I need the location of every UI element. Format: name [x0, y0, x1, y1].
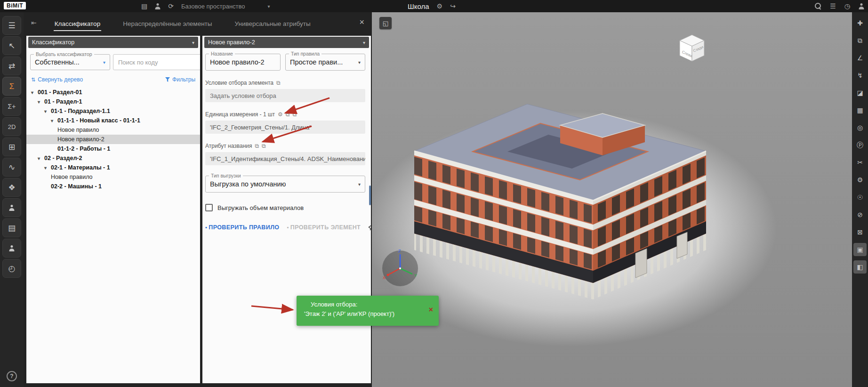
tab-unallocated-elements[interactable]: Нераспределённые элементы	[112, 12, 223, 33]
eye-off-icon[interactable]	[368, 224, 371, 231]
placemark-icon[interactable]: Ⓟ	[853, 138, 867, 152]
dashboard-icon: ◴	[8, 265, 16, 273]
tree-caret-icon[interactable]: ▾	[38, 99, 44, 105]
code-search-input[interactable]	[113, 54, 200, 70]
classifier-workspace: ⇤ Классификатор Нераспределённые элемент…	[24, 12, 372, 387]
viewport-capture-button[interactable]: ◱	[379, 17, 392, 29]
hide-selected-icon[interactable]: ⊘	[853, 208, 867, 221]
gear-icon[interactable]: ⚙	[437, 3, 443, 9]
scrollbar-thumb[interactable]	[369, 185, 371, 205]
unit-input[interactable]: 'IFC_2_Геометрия_Стены/1. Длина'	[205, 121, 365, 134]
tree-node[interactable]: Новое правило	[26, 125, 200, 135]
section-box-icon[interactable]: ◧	[853, 260, 867, 274]
share-icon[interactable]: ↪	[450, 3, 456, 9]
building-model[interactable]	[372, 12, 852, 387]
tree-node[interactable]: Новое правило-2	[26, 135, 200, 144]
workspace-selector[interactable]: Базовое пространство ▾	[181, 0, 270, 12]
walls-mode-icon[interactable]: ▣	[853, 243, 867, 256]
tree-node[interactable]: ▾01-1 - Подраздел-1.1	[26, 106, 200, 116]
collapse-tree-link[interactable]: ⇅ Свернуть дерево	[31, 76, 83, 83]
check-element-button[interactable]: ПРОВЕРИТЬ ЭЛЕМЕНТ	[287, 224, 361, 231]
tree-node[interactable]: Новое правило	[26, 172, 200, 182]
history-icon[interactable]: ◷	[844, 3, 850, 9]
grid-view-icon[interactable]: ▦	[853, 104, 867, 117]
classifier-icon[interactable]: Σ	[2, 77, 21, 96]
copy-icon[interactable]: ⧉	[286, 112, 290, 117]
drawings-2d-icon[interactable]: 2D	[2, 117, 21, 136]
orientation-gizmo[interactable]: Z X Y	[378, 247, 422, 290]
tree-caret-icon[interactable]: ▾	[51, 118, 57, 123]
left-rail-items: ☰↖⇄ΣΣ+2D⊞∿❖▤◴	[0, 12, 24, 278]
estimates-icon[interactable]: Σ+	[2, 97, 21, 116]
tab-universal-attributes[interactable]: Универсальные атрибуты	[224, 12, 322, 33]
shared-projects-icon[interactable]: ▤	[2, 218, 21, 237]
hierarchy-icon[interactable]: ⊞	[2, 137, 21, 156]
select-tool-icon[interactable]: ↖	[2, 36, 21, 55]
profile-icon[interactable]	[859, 3, 864, 9]
filters-link[interactable]: Фильтры	[165, 76, 195, 83]
locate-icon[interactable]: ◎	[853, 121, 867, 134]
tree-node[interactable]: ▾02-1 - Материалы - 1	[26, 163, 200, 172]
clip-icon[interactable]: ✂	[853, 156, 867, 169]
show-all-icon: ☉	[857, 194, 863, 201]
tree-node[interactable]: ▾01 - Раздел-1	[26, 97, 200, 106]
model-structure-icon[interactable]: ☰	[2, 16, 21, 35]
collapse-panel-icon[interactable]: ⇤	[31, 19, 37, 26]
section-plane-icon[interactable]: ◪	[853, 86, 867, 99]
users-icon[interactable]	[2, 239, 21, 258]
search-icon[interactable]	[815, 3, 821, 9]
menu-icon[interactable]: ☰	[830, 3, 836, 9]
close-icon[interactable]: ×	[359, 18, 364, 26]
copy-icon[interactable]: ⧉	[255, 143, 259, 149]
check-rule-button[interactable]: ПРОВЕРИТЬ ПРАВИЛО	[205, 224, 279, 231]
copy-icon[interactable]: ⧉	[276, 80, 281, 86]
tree-node[interactable]: ▾01-1-1 - Новый класс - 01-1-1	[26, 116, 200, 125]
team-icon[interactable]	[155, 3, 161, 9]
rule-name-field[interactable]: Название Новое правило-2	[205, 54, 281, 71]
dashboard-icon[interactable]: ◴	[2, 259, 21, 278]
isolate-off-icon[interactable]: ⊠	[853, 226, 867, 239]
tree-node[interactable]: ▾001 - Раздел-01	[26, 88, 200, 97]
viewport-3d[interactable]: ◱ Слева Сзади Z X Y	[372, 12, 852, 387]
tree-caret-icon[interactable]: ▾	[44, 165, 51, 170]
tree-caret-icon[interactable]: ▾	[31, 90, 38, 95]
clash-check-icon[interactable]: ↯	[853, 69, 867, 82]
toolbox-icon[interactable]: ▤	[141, 3, 147, 9]
classifier-select[interactable]: Выбрать классификатор Собственны... ▾	[30, 54, 110, 70]
rule-section-header[interactable]: Новое правило-2 ▾	[204, 37, 369, 48]
contractor-icon[interactable]	[2, 198, 21, 217]
attribute-input[interactable]: 'IFC_1_Идентификация_Стены/4. ADSK_Наиме…	[205, 152, 365, 165]
copy-icon[interactable]: ⧉	[262, 143, 266, 149]
classifier-section-header[interactable]: Классификатор ▾	[28, 37, 198, 48]
tab-classifier[interactable]: Классификатор	[43, 12, 112, 33]
rule-type-select[interactable]: Тип правила Простое прави... ▾	[285, 54, 365, 71]
plugins-icon[interactable]: ❖	[2, 178, 21, 197]
toast-close-icon[interactable]: ×	[429, 306, 433, 314]
materials-checkbox[interactable]	[205, 204, 213, 211]
rule-panel: Новое правило-2 ▾ Название Новое правило…	[202, 36, 371, 383]
gear-icon[interactable]: ⚙	[278, 112, 283, 117]
sync-icon[interactable]: ⟳	[168, 3, 174, 9]
help-button[interactable]: ?	[7, 371, 17, 381]
relations-icon[interactable]: ⇄	[2, 56, 21, 75]
measure-icon[interactable]: ∠	[853, 51, 867, 64]
classifier-tree: ▾001 - Раздел-01▾01 - Раздел-1▾01-1 - По…	[26, 88, 200, 383]
select-tool-icon: ↖	[8, 42, 15, 50]
export-type-select[interactable]: Тип выгрузки Выгрузка по умолчанию ▾	[205, 176, 365, 193]
nav-cube[interactable]: Слева Сзади	[672, 29, 712, 69]
analytics-icon[interactable]: ∿	[2, 158, 21, 177]
classifier-tree-panel: Классификатор ▾ Выбрать классификатор Со…	[26, 36, 200, 383]
pan-tool-icon: ✚	[857, 20, 863, 26]
condition-input[interactable]: Задать условие отбора	[205, 89, 365, 102]
tree-node[interactable]: ▾01-1-2 - Работы - 1	[26, 144, 200, 153]
show-all-icon[interactable]: ☉	[853, 191, 867, 204]
tree-node[interactable]: ▾02 - Раздел-2	[26, 153, 200, 163]
tree-caret-icon[interactable]: ▾	[38, 156, 44, 161]
pan-tool-icon[interactable]: ✚	[853, 16, 867, 30]
model-settings-icon[interactable]: ⚙	[853, 173, 867, 186]
copy-icon[interactable]: ⧉	[292, 112, 297, 117]
tree-caret-icon[interactable]: ▾	[44, 109, 51, 114]
tree-node[interactable]: ▾02-2 - Машины - 1	[26, 182, 200, 191]
rule-actions: ПРОВЕРИТЬ ПРАВИЛО ПРОВЕРИТЬ ЭЛЕМЕНТ	[205, 224, 365, 231]
present-screen-icon[interactable]: ⧉	[853, 34, 867, 47]
